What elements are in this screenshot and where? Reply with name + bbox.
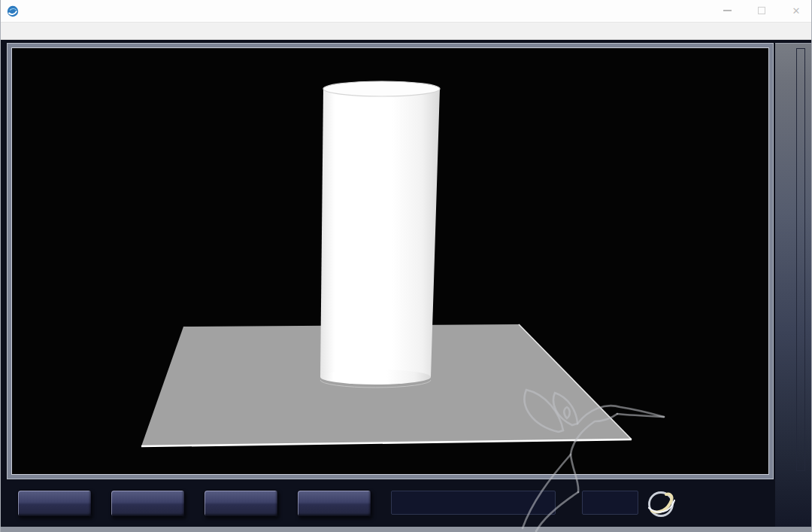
value-readout — [582, 491, 638, 515]
3d-viewport[interactable] — [11, 47, 769, 475]
cylinder-model — [320, 81, 440, 388]
menu-file[interactable] — [7, 29, 20, 33]
colorbar-panel — [775, 43, 812, 527]
close-button[interactable]: ✕ — [784, 0, 808, 21]
colorbar-gradient-strip — [796, 48, 805, 471]
menu-help[interactable] — [47, 29, 61, 33]
data-settings-button[interactable] — [111, 490, 185, 517]
menubar — [1, 23, 811, 40]
minimize-button[interactable] — [715, 0, 739, 21]
app-window: ✕ — [0, 0, 812, 532]
window-bottom-edge — [1, 527, 811, 532]
menu-exit[interactable] — [61, 29, 74, 33]
remote-connect-button[interactable] — [204, 490, 278, 517]
minimize-icon — [723, 10, 732, 11]
menu-extend[interactable] — [20, 29, 34, 33]
app-logo-icon — [7, 5, 19, 17]
close-icon: ✕ — [792, 5, 801, 17]
maximize-button[interactable] — [750, 0, 774, 21]
titlebar: ✕ — [1, 0, 811, 23]
maximize-icon — [758, 7, 765, 14]
viewport-frame — [7, 43, 774, 479]
main-area — [1, 40, 811, 527]
3d-scene — [12, 48, 770, 476]
menu-display[interactable] — [34, 29, 47, 33]
start-button[interactable] — [297, 490, 371, 517]
coordinate-readout — [391, 491, 556, 515]
display-settings-button[interactable] — [17, 490, 92, 517]
